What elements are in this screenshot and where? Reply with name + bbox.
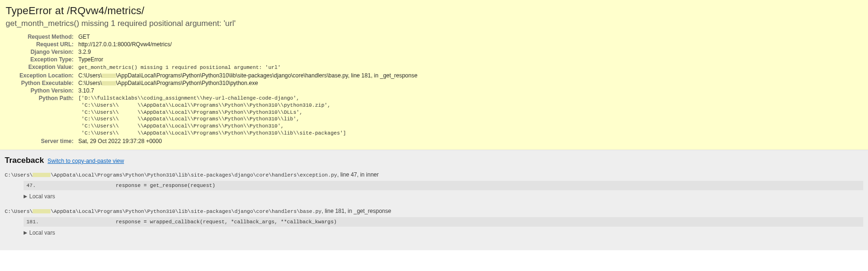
meta-label-server-time: Server time: [6,137,76,145]
page-title: TypeError at /RQvw4/metrics/ [6,5,862,17]
local-vars-toggle[interactable]: ▶Local vars [24,193,863,200]
triangle-right-icon: ▶ [24,230,27,235]
code-context-line[interactable]: 181. response = wrapped_callback(request… [24,217,863,227]
source-line: response = wrapped_callback(request, *ca… [78,219,860,225]
meta-label-request-method: Request Method: [6,33,76,41]
triangle-right-icon: ▶ [24,194,27,199]
meta-label-exception-location: Exception Location: [6,72,76,79]
meta-value-request-method: GET [76,33,419,41]
meta-label-django-version: Django Version: [6,48,76,56]
meta-label-python-executable: Python Executable: [6,79,76,87]
source-line: response = get_response(request) [78,183,860,188]
meta-label-exception-value: Exception Value: [6,63,76,72]
request-meta-table: Request Method: GET Request URL: http://… [6,33,419,145]
redacted-username [102,81,116,85]
title-error-type: TypeError at [6,5,67,17]
traceback-frames: C:\Users\\AppData\Local\Programs\Python\… [5,171,863,236]
traceback-title: Traceback [5,156,44,165]
redacted-username [33,173,50,177]
redacted-username [33,209,50,213]
meta-value-python-executable: C:\Users\\AppData\Local\Programs\Python\… [76,79,419,87]
local-vars-toggle[interactable]: ▶Local vars [24,229,863,236]
meta-label-request-url: Request URL: [6,41,76,48]
switch-view-link[interactable]: Switch to copy-and-paste view [48,158,124,164]
meta-value-exception-type: TypeError [76,56,419,63]
meta-value-python-version: 3.10.7 [76,87,419,94]
meta-value-server-time: Sat, 29 Oct 2022 19:37:28 +0000 [76,137,419,145]
meta-label-exception-type: Exception Type: [6,56,76,63]
meta-value-django-version: 3.2.9 [76,48,419,56]
meta-value-exception-value: get_month_metrics() missing 1 required p… [78,65,281,70]
traceback-panel: Traceback Switch to copy-and-paste view … [0,150,868,250]
frame-location[interactable]: C:\Users\\AppData\Local\Programs\Python\… [5,207,863,214]
meta-value-python-path: ['D:\\fullstacklabs\\coding_assignment\\… [78,95,417,137]
title-request-path: /RQvw4/metrics/ [67,5,144,17]
code-context-line[interactable]: 47. response = get_response(request) [24,181,863,190]
redacted-username [102,74,116,78]
summary-panel: TypeError at /RQvw4/metrics/ get_month_m… [0,0,868,150]
line-number: 47. [26,183,78,188]
line-number: 181. [26,219,78,225]
traceback-frame: C:\Users\\AppData\Local\Programs\Python\… [5,207,863,236]
error-subtitle: get_month_metrics() missing 1 required p… [6,19,862,28]
meta-value-exception-location: C:\Users\\AppData\Local\Programs\Python\… [76,72,419,79]
traceback-frame: C:\Users\\AppData\Local\Programs\Python\… [5,171,863,200]
meta-label-python-version: Python Version: [6,87,76,94]
meta-label-python-path: Python Path: [6,94,76,137]
frame-location[interactable]: C:\Users\\AppData\Local\Programs\Python\… [5,171,863,178]
meta-value-request-url: http://127.0.0.1:8000/RQvw4/metrics/ [76,41,419,48]
